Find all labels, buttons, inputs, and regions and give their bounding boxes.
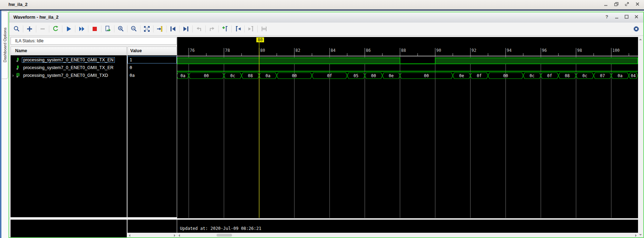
toolbar-add-icon[interactable] [25, 24, 34, 33]
window-minimize-icon[interactable] [603, 1, 609, 7]
signal-row-processing_system7_0_ENET0_GMII_TX_EN[interactable]: processing_system7_0_ENET0_GMII_TX_EN [11, 56, 127, 63]
toolbar-separator [218, 25, 219, 32]
signal-value-processing_system7_0_ENET0_GMII_TX_ER[interactable]: 0 [127, 64, 177, 71]
window-restore-icon[interactable] [614, 1, 619, 7]
signal-value-list: 100a [127, 55, 177, 217]
signal-name[interactable]: processing_system7_0_ENET0_GMII_TX_EN [22, 57, 115, 63]
toolbar-goto-previous-transition-icon[interactable] [168, 24, 177, 33]
svg-text:0f: 0f [547, 73, 552, 78]
toolbar-separator [153, 25, 154, 32]
svg-text:76: 76 [190, 48, 195, 53]
waveform-panel: Waveform - hw_ila_2 ? ILA Status: Idle N… [8, 12, 644, 238]
waveform-content: ILA Status: Idle Name Value processing_s… [9, 36, 643, 237]
toolbar-separator [140, 25, 140, 32]
toolbar-separator [101, 25, 101, 32]
toolbar-separator [244, 25, 245, 32]
toolbar-separator [114, 25, 114, 32]
ila-status-text: ILA Status: Idle [15, 38, 44, 43]
scroll-right-icon[interactable] [174, 234, 175, 237]
svg-text:08: 08 [248, 73, 253, 78]
toolbar-separator [62, 25, 62, 32]
scroll-left-icon[interactable] [129, 234, 130, 237]
svg-text:07: 07 [600, 73, 605, 78]
panel-close-icon[interactable] [634, 14, 639, 19]
svg-text:84: 84 [331, 48, 336, 53]
signal-value-text: 1 [128, 57, 132, 62]
waveform-horizontal-scrollbar[interactable] [177, 233, 638, 237]
svg-text:08: 08 [565, 73, 570, 78]
signal-name[interactable]: processing_system7_0_ENET0_GMII_TXD [22, 73, 110, 78]
scroll-up-icon[interactable] [639, 39, 642, 40]
window-float-icon[interactable] [624, 1, 630, 7]
signal-value-processing_system7_0_ENET0_GMII_TXD[interactable]: 0a [127, 72, 177, 79]
svg-text:00: 00 [503, 73, 508, 78]
name-list-lower-pane [11, 220, 127, 237]
toolbar-zoom-out-icon[interactable] [129, 24, 138, 33]
svg-text:0c: 0c [230, 73, 235, 78]
scroll-right-icon[interactable] [635, 234, 637, 237]
toolbar-separator [166, 25, 167, 32]
toolbar-stop-trigger-icon[interactable] [90, 24, 99, 33]
waveform-vertical-scrollbar[interactable] [638, 37, 643, 237]
scrollbar-thumb[interactable] [217, 234, 232, 237]
toolbar-find-icon[interactable] [12, 24, 21, 33]
svg-text:92: 92 [471, 48, 476, 53]
svg-text:88: 88 [401, 48, 406, 53]
toolbar-swap-next-icon[interactable] [207, 24, 217, 33]
panel-minimize-icon[interactable] [614, 14, 619, 19]
signal-row-processing_system7_0_ENET0_GMII_TX_ER[interactable]: processing_system7_0_ENET0_GMII_TX_ER [11, 64, 127, 71]
panel-maximize-icon[interactable] [624, 14, 629, 19]
column-header-value[interactable]: Value [127, 47, 177, 55]
svg-text:0f: 0f [327, 73, 332, 78]
toolbar-zoom-fit-icon[interactable] [142, 24, 151, 33]
toolbar-swap-previous-icon[interactable] [194, 24, 204, 33]
value-horizontal-scrollbar[interactable] [127, 233, 177, 237]
toolbar-run-trigger-icon[interactable] [64, 24, 73, 33]
waveform-panel-header[interactable]: Waveform - hw_ila_2 ? [9, 12, 643, 23]
dashboard-options-tab[interactable]: Dashboard Options [2, 11, 8, 79]
waveform-svg: 7678808284868890929496981000a000c080a000… [177, 37, 638, 218]
scroll-left-icon[interactable] [179, 234, 180, 237]
toolbar-export-ila-data-icon[interactable] [103, 24, 112, 33]
vivado-hw-ila-window: hw_ila_2 Dashboard Options Waveform - hw… [0, 0, 644, 238]
svg-text:00: 00 [204, 73, 209, 78]
window-title: hw_ila_2 [8, 2, 27, 7]
toolbar-zoom-in-icon[interactable] [116, 24, 125, 33]
svg-text:100: 100 [612, 48, 620, 53]
column-header-name[interactable]: Name [11, 47, 127, 55]
svg-text:00: 00 [292, 73, 297, 78]
waveform-canvas[interactable]: 7678808284868890929496981000a000c080a000… [177, 37, 638, 218]
svg-text:0a: 0a [618, 73, 623, 78]
expand-icon[interactable]: › [11, 73, 15, 78]
svg-text:05: 05 [354, 73, 358, 78]
signal-value-processing_system7_0_ENET0_GMII_TX_EN[interactable]: 1 [127, 56, 177, 63]
panel-controls: ? [604, 14, 639, 19]
signal-name[interactable]: processing_system7_0_ENET0_GMII_TX_ER [22, 65, 115, 71]
toolbar-goto-previous-marker-icon[interactable] [233, 24, 243, 33]
scroll-down-icon[interactable] [639, 234, 642, 236]
settings-gear-icon[interactable] [633, 25, 640, 32]
panel-help-icon[interactable]: ? [604, 14, 609, 19]
toolbar-goto-next-transition-icon[interactable] [181, 24, 190, 33]
updated-timestamp: Updated at: 2020-Jul-09 08:26:21 [180, 226, 261, 231]
toolbar-separator [179, 25, 180, 32]
signal-value-text: 0 [128, 65, 132, 70]
toolbar-goto-next-marker-icon[interactable] [246, 24, 256, 33]
toolbar-remove-icon[interactable] [38, 24, 47, 33]
toolbar-restart-trigger-icon[interactable] [51, 24, 60, 33]
signal-row-processing_system7_0_ENET0_GMII_TXD[interactable]: ›processing_system7_0_ENET0_GMII_TXD [11, 72, 127, 79]
toolbar-run-trigger-immediate-icon[interactable] [77, 24, 86, 33]
bus-probe-icon [15, 73, 21, 78]
svg-text:0a: 0a [265, 73, 270, 78]
svg-text:96: 96 [542, 48, 547, 53]
toolbar-separator [75, 25, 75, 32]
toolbar-fit-markers-icon[interactable] [260, 24, 269, 33]
toolbar-goto-trigger-icon[interactable] [155, 24, 164, 33]
window-close-icon[interactable] [635, 1, 640, 7]
bit-probe-icon [15, 65, 21, 70]
toolbar-separator [231, 25, 232, 32]
svg-text:0a: 0a [181, 73, 186, 78]
toolbar-separator [127, 25, 127, 32]
svg-text:78: 78 [225, 48, 230, 53]
toolbar-add-marker-icon[interactable] [220, 24, 230, 33]
